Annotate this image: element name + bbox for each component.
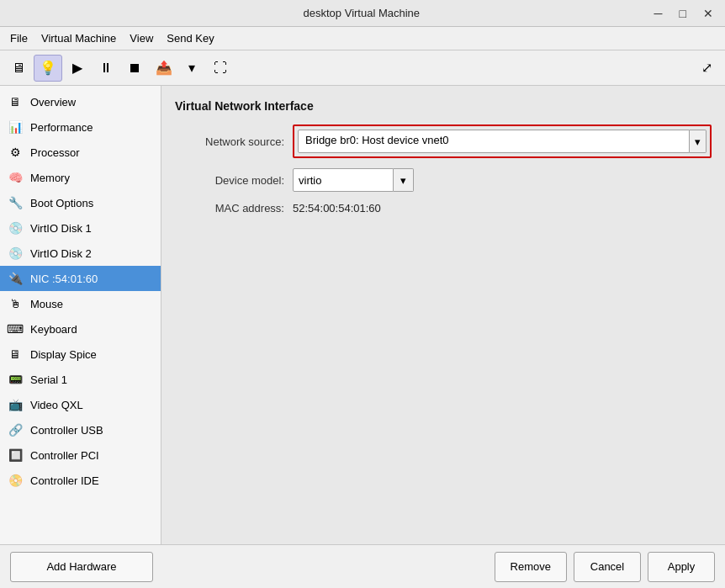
bulb-icon: 💡 (40, 60, 56, 76)
sidebar-item-label: Controller USB (30, 424, 154, 437)
sidebar-item-controller-pci[interactable]: 🔲 Controller PCI (0, 442, 161, 468)
device-model-select[interactable]: virtio (293, 168, 394, 192)
sidebar-item-label: Overview (30, 96, 154, 109)
remove-button[interactable]: Remove (495, 552, 567, 582)
dropdown-chevron-icon: ▾ (188, 60, 195, 76)
menubar-item-file[interactable]: File (3, 29, 34, 47)
sidebar-item-label: VirtIO Disk 2 (30, 247, 154, 260)
stop-icon: ⏹ (128, 61, 141, 76)
sidebar: 🖥 Overview 📊 Performance ⚙ Processor 🧠 M… (0, 86, 161, 544)
device-model-value: virtio (299, 174, 321, 187)
play-icon: ▶ (72, 60, 82, 76)
sidebar-item-performance[interactable]: 📊 Performance (0, 114, 161, 140)
sidebar-item-virtio-disk-2[interactable]: 💿 VirtIO Disk 2 (0, 241, 161, 266)
dropdown-arrow-icon: ▾ (400, 174, 406, 187)
sidebar-item-boot-options[interactable]: 🔧 Boot Options (0, 190, 161, 215)
ide-icon: 📀 (7, 472, 24, 489)
sidebar-item-nic[interactable]: 🔌 NIC :54:01:60 (0, 266, 161, 291)
sidebar-item-label: Video QXL (30, 399, 154, 411)
keyboard-icon: ⌨ (7, 320, 24, 337)
mouse-icon: 🖱 (7, 295, 24, 312)
menubar: FileVirtual MachineViewSend Key (0, 27, 725, 50)
sidebar-item-label: Memory (30, 172, 154, 184)
sidebar-item-label: Boot Options (30, 197, 154, 209)
sidebar-item-display-spice[interactable]: 🖥 Display Spice (0, 342, 161, 367)
content-area: Virtual Network Interface Network source… (161, 86, 725, 544)
send-dropdown-btn[interactable]: ▾ (178, 55, 205, 82)
sidebar-item-keyboard[interactable]: ⌨ Keyboard (0, 316, 161, 342)
scale-icon: ⤢ (701, 60, 712, 76)
usb-icon: 🔗 (7, 421, 24, 438)
monitor-toolbar-btn[interactable]: 🖥 (5, 55, 32, 82)
sidebar-item-virtio-disk-1[interactable]: 💿 VirtIO Disk 1 (0, 215, 161, 241)
sidebar-item-label: Display Spice (30, 348, 154, 361)
sidebar-item-label: Keyboard (30, 323, 154, 336)
network-source-input: Bridge br0: Host device vnet0 (298, 130, 690, 153)
sidebar-item-overview[interactable]: 🖥 Overview (0, 89, 161, 114)
sidebar-item-controller-usb[interactable]: 🔗 Controller USB (0, 417, 161, 442)
close-button[interactable]: ✕ (698, 5, 718, 22)
mac-address-group: MAC address: 52:54:00:54:01:60 (175, 202, 712, 215)
fullscreen-toolbar-btn[interactable]: ⛶ (207, 55, 234, 82)
play-toolbar-btn[interactable]: ▶ (64, 55, 91, 82)
window-title: desktop Virtual Machine (74, 7, 649, 19)
bulb-toolbar-btn[interactable]: 💡 (34, 55, 62, 82)
sidebar-item-processor[interactable]: ⚙ Processor (0, 140, 161, 165)
device-model-control: virtio ▾ (293, 168, 414, 192)
sidebar-item-video-qxl[interactable]: 📺 Video QXL (0, 392, 161, 417)
minimize-button[interactable]: ─ (649, 5, 668, 22)
memory-icon: 🧠 (7, 169, 24, 186)
sidebar-item-controller-ide[interactable]: 📀 Controller IDE (0, 468, 161, 493)
mac-address-label: MAC address: (175, 202, 293, 215)
serial-icon: 📟 (7, 371, 24, 388)
device-model-group: Device model: virtio ▾ (175, 168, 712, 192)
device-model-label: Device model: (175, 174, 293, 187)
nic-icon: 🔌 (7, 270, 24, 287)
sidebar-item-label: Performance (30, 121, 154, 134)
sidebar-item-serial-1[interactable]: 📟 Serial 1 (0, 367, 161, 392)
mac-address-value: 52:54:00:54:01:60 (293, 202, 381, 215)
pause-icon: ⏸ (99, 61, 113, 76)
device-model-dropdown-btn[interactable]: ▾ (394, 168, 414, 192)
network-source-dropdown-btn[interactable]: ▾ (690, 130, 706, 153)
fullscreen-icon: ⛶ (214, 61, 227, 76)
network-source-group: Network source: Bridge br0: Host device … (175, 124, 712, 158)
sidebar-item-label: Controller PCI (30, 449, 154, 462)
monitor-icon: 🖥 (12, 61, 25, 76)
monitor-icon: 🖥 (7, 93, 24, 110)
pause-toolbar-btn[interactable]: ⏸ (93, 55, 119, 82)
sidebar-item-label: NIC :54:01:60 (30, 273, 154, 285)
sidebar-item-label: VirtIO Disk 1 (30, 222, 154, 235)
network-source-value: Bridge br0: Host device vnet0 (305, 134, 449, 146)
sidebar-item-label: Serial 1 (30, 373, 154, 386)
cancel-button[interactable]: Cancel (574, 552, 641, 582)
bottom-bar: Add Hardware Remove Cancel Apply (0, 544, 725, 588)
stop-toolbar-btn[interactable]: ⏹ (121, 55, 148, 82)
sidebar-item-label: Processor (30, 146, 154, 159)
disk-icon: 💿 (7, 220, 24, 236)
boot-icon: 🔧 (7, 194, 24, 211)
add-hardware-button[interactable]: Add Hardware (10, 552, 153, 582)
sidebar-item-mouse[interactable]: 🖱 Mouse (0, 291, 161, 316)
apply-button[interactable]: Apply (648, 552, 715, 582)
cpu-icon: ⚙ (7, 144, 24, 161)
send-toolbar-btn[interactable]: 📤 (150, 55, 178, 82)
chart-icon: 📊 (7, 119, 24, 135)
menubar-item-view[interactable]: View (123, 29, 160, 47)
dropdown-arrow-icon: ▾ (695, 135, 701, 148)
maximize-button[interactable]: □ (675, 5, 691, 22)
pci-icon: 🔲 (7, 447, 24, 464)
sidebar-item-memory[interactable]: 🧠 Memory (0, 165, 161, 190)
scale-toolbar-btn[interactable]: ⤢ (693, 55, 720, 82)
menubar-item-send-key[interactable]: Send Key (160, 29, 220, 47)
sidebar-item-label: Controller IDE (30, 474, 154, 487)
network-source-label: Network source: (175, 135, 293, 148)
sidebar-item-label: Mouse (30, 298, 154, 310)
disk-icon: 💿 (7, 245, 24, 262)
section-title: Virtual Network Interface (175, 99, 712, 113)
main-content: 🖥 Overview 📊 Performance ⚙ Processor 🧠 M… (0, 86, 725, 544)
menubar-item-virtual-machine[interactable]: Virtual Machine (34, 29, 123, 47)
toolbar: 🖥 💡 ▶ ⏸ ⏹ 📤 ▾ ⛶ ⤢ (0, 50, 725, 86)
titlebar: desktop Virtual Machine ─ □ ✕ (0, 0, 725, 27)
window-controls: ─ □ ✕ (649, 5, 718, 22)
